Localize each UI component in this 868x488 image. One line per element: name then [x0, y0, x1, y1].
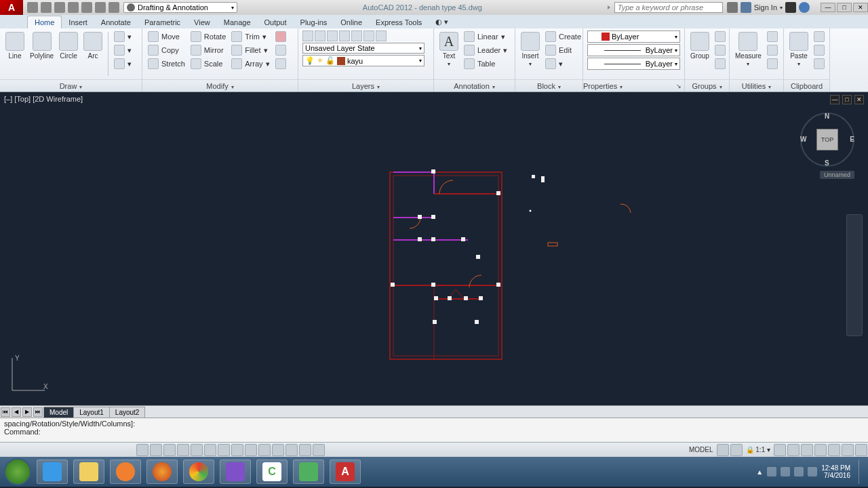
otrack-toggle[interactable]	[218, 444, 230, 456]
minimize-button[interactable]: —	[821, 3, 835, 12]
lwt-toggle[interactable]	[258, 444, 271, 456]
edit-block-button[interactable]: Edit	[544, 44, 583, 56]
arc-button[interactable]: Arc	[82, 30, 104, 61]
anno-vis-toggle[interactable]	[774, 444, 786, 456]
model-space-label[interactable]: MODEL	[686, 446, 716, 453]
tray-action-icon[interactable]	[767, 467, 776, 476]
start-button[interactable]	[4, 458, 31, 485]
erase-button[interactable]	[274, 30, 288, 43]
hatch-button[interactable]: ▾	[113, 58, 133, 70]
trim-button[interactable]: Trim ▾	[230, 30, 271, 43]
command-line[interactable]: spacing/Rotation/Style/Width/Columns]: C…	[0, 418, 868, 442]
tray-expand-icon[interactable]: ▲	[756, 468, 763, 476]
offset-button[interactable]	[274, 58, 288, 70]
layout-first-button[interactable]: ⏮	[1, 407, 10, 417]
tab-online[interactable]: Online	[334, 16, 369, 28]
layer-state-icon[interactable]	[315, 30, 326, 41]
taskbar-autocad[interactable]: A	[330, 460, 361, 484]
anno-auto-toggle[interactable]	[787, 444, 800, 456]
viewcube[interactable]: TOP N S E W	[800, 113, 854, 167]
create-block-button[interactable]: Create	[544, 30, 583, 43]
taskbar-app2[interactable]	[293, 460, 324, 484]
tpy-toggle[interactable]	[272, 444, 284, 456]
layout-prev-button[interactable]: ◀	[12, 407, 21, 417]
taskbar-media[interactable]	[110, 460, 141, 484]
layer-lock-icon[interactable]	[363, 30, 374, 41]
polar-toggle[interactable]	[177, 444, 189, 456]
layout-tab-layout1[interactable]: Layout1	[73, 407, 110, 418]
tab-manage[interactable]: Manage	[217, 16, 258, 28]
help-icon[interactable]	[799, 2, 810, 13]
taskbar-camtasia[interactable]: C	[256, 460, 288, 484]
isolate-button[interactable]	[842, 444, 854, 456]
groupedit-button[interactable]	[713, 44, 727, 56]
ungroup-button[interactable]	[713, 30, 727, 43]
exchange-icon[interactable]	[785, 2, 796, 13]
paste-button[interactable]: Paste▾	[788, 30, 810, 68]
polyline-button[interactable]: Polyline	[28, 30, 55, 61]
layer-off-icon[interactable]	[351, 30, 362, 41]
layer-freeze-icon[interactable]	[339, 30, 350, 41]
group-button[interactable]: Group	[689, 30, 711, 61]
qat-undo-icon[interactable]	[95, 2, 106, 13]
qat-save-icon[interactable]	[54, 2, 65, 13]
anno-scale[interactable]: 🔒 1:1 ▾	[743, 446, 773, 453]
ortho-toggle[interactable]	[163, 444, 176, 456]
quickcalc-button[interactable]	[766, 44, 779, 56]
cleanscreen-button[interactable]	[855, 444, 867, 456]
copy-button[interactable]: Copy	[146, 44, 186, 56]
taskbar-ie[interactable]	[37, 460, 68, 484]
tab-output[interactable]: Output	[258, 16, 294, 28]
explode-button[interactable]	[274, 44, 288, 56]
grid-toggle[interactable]	[150, 444, 162, 456]
tab-extra-icon[interactable]: ◐ ▾	[429, 16, 455, 28]
workspace-dropdown[interactable]: Drafting & Annotation ▾	[123, 2, 237, 13]
layout-tab-layout2[interactable]: Layout2	[109, 407, 146, 418]
groupbbox-button[interactable]	[713, 58, 727, 70]
workspace-switch-button[interactable]	[801, 444, 813, 456]
doc-minimize-button[interactable]: —	[830, 95, 840, 104]
tab-home[interactable]: Home	[27, 16, 62, 28]
dyn-toggle[interactable]	[245, 444, 257, 456]
tab-insert[interactable]: Insert	[62, 16, 94, 28]
tray-network-icon[interactable]	[781, 467, 790, 476]
snap-toggle[interactable]	[136, 444, 149, 456]
taskbar-firefox[interactable]	[146, 460, 178, 484]
signin-button[interactable]: Sign In ▾	[741, 2, 783, 13]
maximize-button[interactable]: □	[837, 3, 852, 12]
am-toggle[interactable]	[313, 444, 325, 456]
lineweight-dropdown[interactable]: ByLayer▾	[587, 44, 680, 56]
select-button[interactable]	[766, 30, 779, 43]
linetype-dropdown[interactable]: ByLayer▾	[587, 58, 680, 70]
scale-button[interactable]: Scale	[189, 58, 227, 70]
doc-restore-button[interactable]: □	[842, 95, 852, 104]
stretch-button[interactable]: Stretch	[146, 58, 186, 70]
fillet-button[interactable]: Fillet ▾	[230, 44, 271, 56]
leader-button[interactable]: Leader ▾	[462, 44, 509, 56]
layout-last-button[interactable]: ⏭	[33, 407, 43, 417]
doc-close-button[interactable]: ✕	[854, 95, 864, 104]
tray-clock[interactable]: 12:48 PM 7/4/2016	[821, 464, 854, 479]
ellipse-button[interactable]: ▾	[113, 44, 133, 56]
tray-battery-icon[interactable]	[808, 467, 817, 476]
layer-prop-icon[interactable]	[302, 30, 313, 41]
layout-next-button[interactable]: ▶	[22, 407, 32, 417]
osnap-toggle[interactable]	[191, 444, 203, 456]
viewcube-face[interactable]: TOP	[816, 129, 838, 150]
measure-button[interactable]: Measure▾	[734, 30, 763, 68]
rotate-button[interactable]: Rotate	[189, 30, 227, 43]
qp-toggle[interactable]	[285, 444, 298, 456]
show-desktop-button[interactable]	[859, 460, 864, 484]
qat-print-icon[interactable]	[81, 2, 92, 13]
viewport-label[interactable]: [–] [Top] [2D Wireframe]	[4, 95, 83, 103]
cut-button[interactable]	[812, 30, 826, 43]
copyclip-button[interactable]	[812, 44, 826, 56]
array-button[interactable]: Array ▾	[230, 58, 271, 70]
layout-tab-model[interactable]: Model	[43, 407, 74, 418]
qat-open-icon[interactable]	[41, 2, 52, 13]
taskbar-app1[interactable]	[220, 460, 251, 484]
circle-button[interactable]: Circle	[58, 30, 79, 61]
color-dropdown[interactable]: ByLayer▾	[587, 30, 680, 43]
3dosnap-toggle[interactable]	[204, 444, 216, 456]
qat-saveas-icon[interactable]	[68, 2, 79, 13]
